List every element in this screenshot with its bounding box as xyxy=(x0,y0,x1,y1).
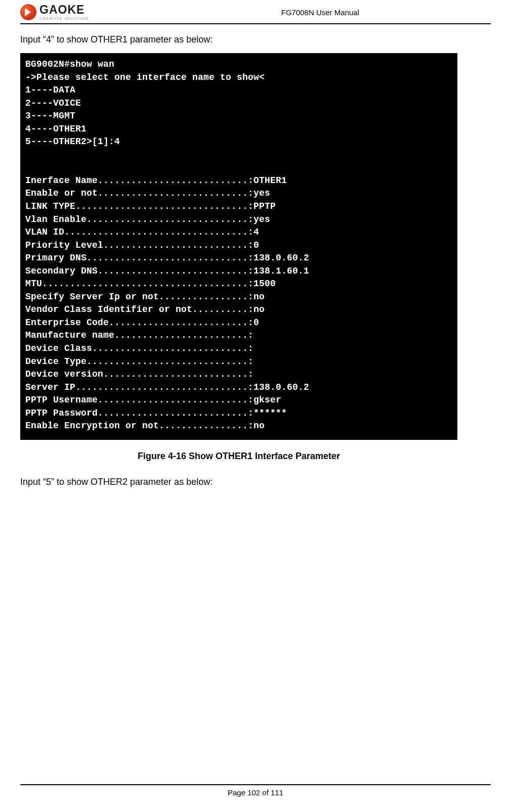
page-footer: Page 102 of 111 xyxy=(0,784,511,797)
document-title: FG7008N User Manual xyxy=(281,8,359,17)
page-number: Page 102 of 111 xyxy=(228,788,283,797)
logo-word: GAOKE xyxy=(39,4,89,16)
logo-tagline: CREATIVE SOLUTION xyxy=(39,17,89,20)
page-header: GAOKE CREATIVE SOLUTION FG7008N User Man… xyxy=(20,0,491,24)
logo: GAOKE CREATIVE SOLUTION xyxy=(20,4,89,20)
terminal-output: BG9002N#show wan ->Please select one int… xyxy=(20,53,457,440)
intro-text-1: Input “4” to show OTHER1 parameter as be… xyxy=(20,34,491,45)
intro-text-2: Input “5” to show OTHER2 parameter as be… xyxy=(20,477,491,487)
figure-caption: Figure 4-16 Show OTHER1 Interface Parame… xyxy=(20,451,457,462)
brand-icon xyxy=(20,4,36,20)
